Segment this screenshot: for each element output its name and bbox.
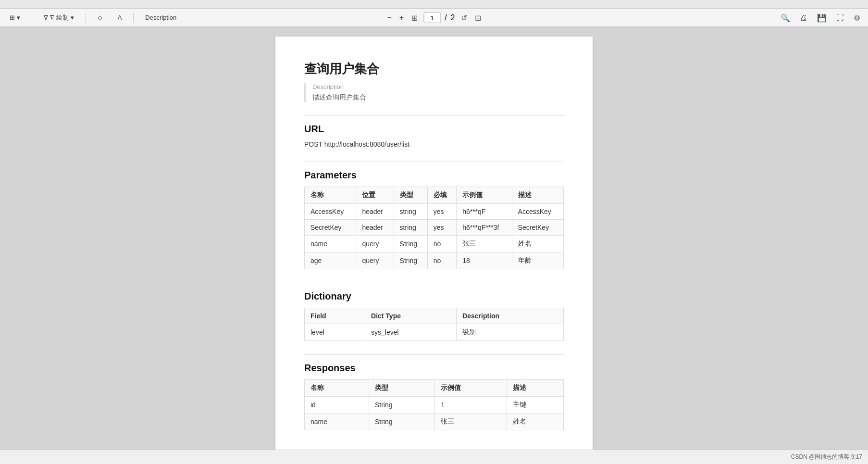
description-label: Description <box>312 83 564 90</box>
text-tool-btn[interactable]: A <box>114 12 126 23</box>
zoom-out-btn[interactable]: − <box>385 13 393 23</box>
table-cell: 1 <box>435 397 507 414</box>
param-col-name: 名称 <box>305 187 356 204</box>
table-cell: String <box>394 236 427 252</box>
responses-header-row: 名称 类型 示例值 描述 <box>305 380 564 397</box>
table-row: SecretKeyheaderstringyesh6***qF***3fSecr… <box>305 220 564 236</box>
toolbar-right: 🔍 🖨 💾 ⛶ ⚙ <box>779 9 862 27</box>
text-icon: A <box>118 14 122 21</box>
table-cell: yes <box>427 220 456 236</box>
param-col-desc: 描述 <box>512 187 563 204</box>
resp-col-desc: 描述 <box>507 380 563 397</box>
table-cell: h6***qF***3f <box>457 220 512 236</box>
draw-tool-btn[interactable]: ∇ ∇ 绘制 ▾ <box>40 12 78 24</box>
table-cell: no <box>427 236 456 252</box>
table-cell: string <box>394 220 427 236</box>
rotate-btn[interactable]: ↺ <box>459 13 469 24</box>
param-col-position: 位置 <box>356 187 394 204</box>
erase-tool-btn[interactable]: ◇ <box>94 12 106 23</box>
parameters-table: 名称 位置 类型 必填 示例值 描述 AccessKeyheaderstring… <box>304 187 564 269</box>
bookmark-bar <box>0 0 868 9</box>
section-divider-url <box>304 115 564 116</box>
table-cell: 张三 <box>457 236 512 252</box>
dict-col-type: Dict Type <box>365 308 457 324</box>
page-separator: / <box>445 13 446 22</box>
dictionary-header-row: Field Dict Type Description <box>305 308 564 324</box>
resp-col-example: 示例值 <box>435 380 507 397</box>
description-text: 描述查询用户集合 <box>312 93 564 102</box>
dict-col-field: Field <box>305 308 365 324</box>
dictionary-table: Field Dict Type Description levelsys_lev… <box>304 308 564 341</box>
table-cell: name <box>305 236 356 252</box>
print-btn[interactable]: 🖨 <box>798 13 809 23</box>
table-cell: 级别 <box>457 324 564 341</box>
table-cell: query <box>356 252 394 269</box>
table-cell: level <box>305 324 365 341</box>
table-cell: yes <box>427 204 456 220</box>
ocr-tool-btn[interactable]: Description <box>141 12 180 23</box>
parameters-header-row: 名称 位置 类型 必填 示例值 描述 <box>305 187 564 204</box>
page-title: 查询用户集合 <box>304 61 564 77</box>
table-cell: h6***qF <box>457 204 512 220</box>
table-row: namequeryStringno张三姓名 <box>305 236 564 252</box>
table-row: agequeryStringno18年龄 <box>305 252 564 269</box>
save-btn[interactable]: 💾 <box>815 13 829 24</box>
table-row: levelsys_level级别 <box>305 324 564 341</box>
table-cell: 主键 <box>507 397 563 414</box>
draw-dropdown: ▾ <box>71 14 74 21</box>
toolbar-center: − + ⊞ / 2 ↺ ⊡ <box>385 9 483 27</box>
page-document: 查询用户集合 Description 描述查询用户集合 URL POST htt… <box>275 37 593 450</box>
table-cell: 年龄 <box>512 252 563 269</box>
toolbar-divider-3 <box>133 13 134 23</box>
table-cell: AccessKey <box>512 204 563 220</box>
table-cell: AccessKey <box>305 204 356 220</box>
total-pages: 2 <box>451 13 455 22</box>
section-divider-params <box>304 162 564 162</box>
resp-col-type: 类型 <box>369 380 434 397</box>
param-col-required: 必填 <box>427 187 456 204</box>
param-col-example: 示例值 <box>457 187 512 204</box>
table-cell: age <box>305 252 356 269</box>
table-cell: SecretKey <box>305 220 356 236</box>
section-divider-responses <box>304 354 564 355</box>
dictionary-section-title: Dictionary <box>304 291 564 302</box>
toolbar-divider-2 <box>86 13 86 23</box>
ocr-label: Description <box>145 14 176 21</box>
table-cell: String <box>394 252 427 269</box>
table-row: nameString张三姓名 <box>305 414 564 430</box>
status-right: CSDN @国祯志的博客 9:17 <box>791 453 862 461</box>
dict-col-desc: Description <box>457 308 564 324</box>
toolbar-divider-1 <box>32 13 32 23</box>
draw-label: ∇ 绘制 <box>50 13 69 22</box>
export-btn[interactable]: ⊡ <box>473 13 483 24</box>
table-cell: query <box>356 236 394 252</box>
table-cell: sys_level <box>365 324 457 341</box>
erase-icon: ◇ <box>98 14 102 21</box>
url-section-title: URL <box>304 124 564 135</box>
table-cell: 18 <box>457 252 512 269</box>
select-tool-btn[interactable]: ⊞ ▾ <box>6 12 24 23</box>
description-block: Description 描述查询用户集合 <box>304 83 564 102</box>
table-cell: header <box>356 204 394 220</box>
search-btn[interactable]: 🔍 <box>779 13 792 24</box>
table-cell: no <box>427 252 456 269</box>
expand-btn[interactable]: ⛶ <box>834 13 846 23</box>
parameters-section-title: Parameters <box>304 170 564 181</box>
zoom-in-btn[interactable]: + <box>397 13 406 23</box>
table-cell: 姓名 <box>512 236 563 252</box>
table-cell: name <box>305 414 369 430</box>
current-page-input[interactable] <box>423 13 441 23</box>
table-cell: header <box>356 220 394 236</box>
table-row: idString1主键 <box>305 397 564 414</box>
main-area: 查询用户集合 Description 描述查询用户集合 URL POST htt… <box>0 27 868 450</box>
resp-col-name: 名称 <box>305 380 369 397</box>
table-cell: String <box>369 414 434 430</box>
select-dropdown: ▾ <box>17 14 20 21</box>
table-cell: String <box>369 397 434 414</box>
responses-table: 名称 类型 示例值 描述 idString1主键nameString张三姓名 <box>304 379 564 430</box>
settings-btn[interactable]: ⚙ <box>852 13 862 24</box>
section-divider-dict <box>304 283 564 283</box>
table-cell: string <box>394 204 427 220</box>
fit-page-btn[interactable]: ⊞ <box>409 13 420 24</box>
table-cell: 姓名 <box>507 414 563 430</box>
